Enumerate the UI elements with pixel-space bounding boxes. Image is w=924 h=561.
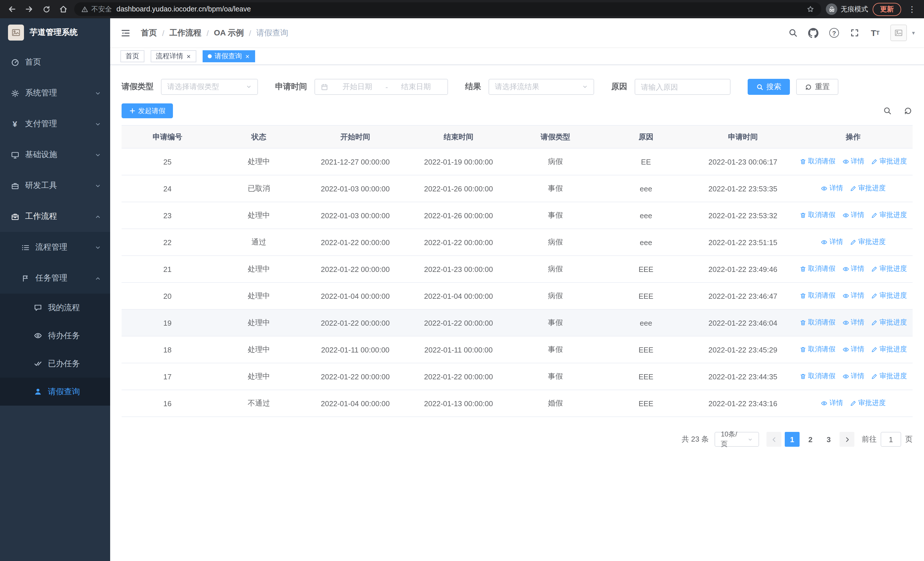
sidebar-item-leave-query[interactable]: 请假查询 [0,378,110,406]
approval-progress-link[interactable]: 审批进度 [871,291,907,301]
tab-leave-query[interactable]: 请假查询 × [202,50,255,62]
reset-button[interactable]: 重置 [796,79,838,95]
avatar[interactable] [890,24,907,41]
search-button[interactable]: 搜索 [748,79,790,95]
reason-input[interactable] [634,79,730,95]
sidebar-item-system[interactable]: 系统管理 [0,78,110,108]
sidebar-item-dev-tools[interactable]: 研发工具 [0,170,110,201]
cell-status: 处理中 [213,309,304,336]
approval-progress-link[interactable]: 审批进度 [871,264,907,274]
edit-icon [871,292,878,299]
url-text[interactable]: dashboard.yudao.iocoder.cn/bpm/oa/leave [116,5,802,13]
date-range-picker[interactable]: 开始日期 - 结束日期 [315,79,448,95]
cancel-leave-link[interactable]: 取消请假 [800,318,836,328]
detail-link[interactable]: 详情 [821,399,843,408]
detail-link[interactable]: 详情 [821,183,843,193]
cancel-leave-link[interactable]: 取消请假 [800,291,836,301]
table-row: 20 处理中 2022-01-04 00:00:00 2022-01-04 00… [122,283,913,309]
sidebar-item-home[interactable]: 首页 [0,47,110,78]
sidebar-item-infrastructure[interactable]: 基础设施 [0,139,110,170]
approval-progress-link[interactable]: 审批进度 [871,211,907,220]
cancel-leave-link[interactable]: 取消请假 [800,157,836,167]
home-icon[interactable] [57,3,70,15]
cancel-leave-link[interactable]: 取消请假 [800,371,836,381]
eye-icon [821,239,828,246]
sidebar-item-my-process[interactable]: 我的流程 [0,294,110,322]
address-bar[interactable]: 不安全 dashboard.yudao.iocoder.cn/bpm/oa/le… [74,2,821,16]
font-size-icon[interactable]: TT [870,27,880,38]
cell-status: 处理中 [213,202,304,229]
refresh-icon[interactable] [903,106,913,116]
goto-page-input[interactable] [880,432,901,447]
close-icon[interactable]: × [245,53,250,60]
detail-link[interactable]: 详情 [842,211,864,220]
cancel-leave-link[interactable]: 取消请假 [800,211,836,220]
chevron-down-icon [94,244,101,251]
sidebar-item-payment[interactable]: ¥ 支付管理 [0,108,110,139]
col-end-time: 结束时间 [406,125,511,148]
toggle-search-icon[interactable] [882,106,892,116]
cancel-leave-link[interactable]: 取消请假 [800,264,836,274]
app-logo[interactable]: 芋道管理系统 [0,18,110,47]
avatar-caret-icon[interactable]: ▾ [912,30,915,36]
breadcrumb-item[interactable]: 工作流程 [170,28,201,38]
update-button[interactable]: 更新 [873,3,901,16]
help-icon[interactable]: ? [829,27,840,38]
col-status: 状态 [213,125,304,148]
filter-leave-type: 请假类型 请选择请假类型 [122,79,258,95]
result-select[interactable]: 请选择流结果 [489,79,594,95]
chat-icon [33,303,42,312]
prev-page-icon[interactable] [766,432,782,447]
page-size-select[interactable]: 10条/页 [714,432,759,447]
detail-link[interactable]: 详情 [842,371,864,381]
leave-type-select[interactable]: 请选择请假类型 [161,79,258,95]
detail-link[interactable]: 详情 [842,291,864,301]
end-date-placeholder[interactable]: 结束日期 [390,82,442,92]
page-number-1[interactable]: 1 [785,432,800,447]
breadcrumb-item[interactable]: 首页 [141,28,157,38]
sidebar-item-todo-tasks[interactable]: 待办任务 [0,322,110,350]
page-number-2[interactable]: 2 [803,432,818,447]
create-leave-button[interactable]: 发起请假 [122,104,173,118]
approval-progress-link[interactable]: 审批进度 [850,399,886,408]
detail-link[interactable]: 详情 [842,157,864,167]
cell-leave-type: 病假 [511,256,600,283]
back-icon[interactable] [6,3,18,15]
approval-progress-link[interactable]: 审批进度 [850,183,886,193]
range-separator: - [383,83,390,91]
breadcrumb-item[interactable]: OA 示例 [214,28,244,38]
approval-progress-link[interactable]: 审批进度 [871,345,907,355]
sidebar-collapse-icon[interactable] [119,27,132,39]
detail-link[interactable]: 详情 [821,238,843,247]
approval-progress-link[interactable]: 审批进度 [871,371,907,381]
detail-link[interactable]: 详情 [842,264,864,274]
sidebar-item-process-management[interactable]: 流程管理 [0,232,110,263]
forward-icon[interactable] [23,3,35,15]
next-page-icon[interactable] [840,432,854,447]
eye-icon [33,331,42,340]
page-number-3[interactable]: 3 [821,432,836,447]
cancel-leave-link[interactable]: 取消请假 [800,345,836,355]
sidebar-item-workflow[interactable]: 工作流程 [0,201,110,232]
start-date-placeholder[interactable]: 开始日期 [332,82,383,92]
security-warning[interactable]: 不安全 [81,4,112,14]
reload-icon[interactable] [40,3,52,15]
tab-home[interactable]: 首页 [120,50,144,62]
browser-menu-icon[interactable]: ⋮ [906,3,918,15]
sidebar-item-done-tasks[interactable]: 已办任务 [0,350,110,378]
sidebar-item-task-management[interactable]: 任务管理 [0,263,110,294]
detail-link[interactable]: 详情 [842,318,864,328]
approval-progress-link[interactable]: 审批进度 [871,157,907,167]
approval-progress-link[interactable]: 审批进度 [871,318,907,328]
close-icon[interactable]: × [186,53,191,60]
github-icon[interactable] [808,27,819,38]
tab-process-detail[interactable]: 流程详情 × [151,50,196,62]
search-icon[interactable] [788,27,798,38]
bookmark-star-icon[interactable] [806,5,814,13]
cell-leave-type: 事假 [511,202,600,229]
detail-link[interactable]: 详情 [842,345,864,355]
fullscreen-icon[interactable] [849,27,860,38]
edit-icon [871,373,878,380]
cancel-leave-label: 取消请假 [808,211,836,220]
approval-progress-link[interactable]: 审批进度 [850,238,886,247]
